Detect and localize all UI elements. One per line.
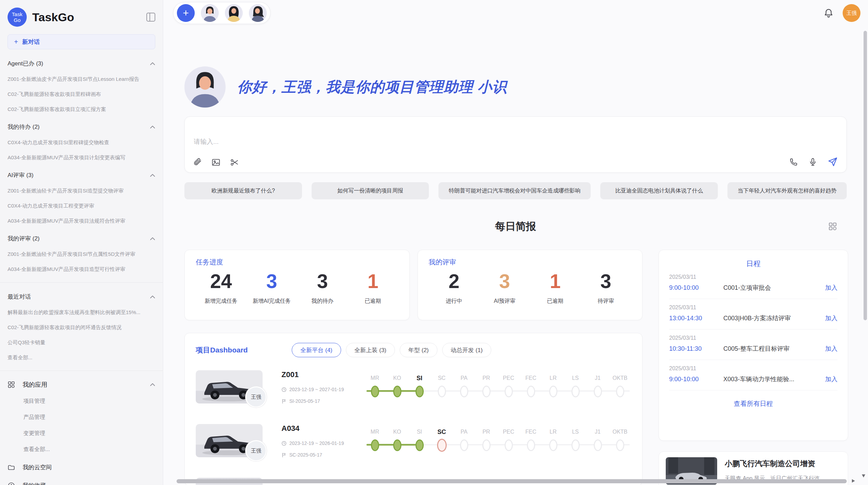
briefing-layout-icon[interactable] <box>828 222 837 231</box>
dashboard-tab[interactable]: 动总开发 (1) <box>442 343 492 357</box>
schedule-view-all[interactable]: 查看所有日程 <box>669 399 837 408</box>
milestone-label: MR <box>364 374 386 383</box>
composer-placeholder: 请输入... <box>194 137 219 146</box>
milestone-label: SI <box>408 374 431 383</box>
milestone-label: PEC <box>497 427 520 436</box>
recent-chats-header[interactable]: 最近对话 <box>8 293 155 301</box>
stat-cell: 3 我的待办 <box>303 269 341 305</box>
sidebar-list-item[interactable]: C0X4-动力总成开发项目工程变更评审 <box>8 203 155 209</box>
microphone-icon[interactable] <box>808 158 817 166</box>
vertical-scrollbar[interactable] <box>864 31 867 320</box>
item-icon <box>8 464 15 471</box>
stat-value: 1 <box>354 269 392 294</box>
sidebar-list-item[interactable]: C02-飞腾新能源轻客改款项目的闭环通告反馈情况 <box>8 324 155 331</box>
agent-avatar-1[interactable] <box>201 4 219 22</box>
image-upload-icon[interactable] <box>212 158 220 167</box>
milestone-node <box>587 384 609 399</box>
app-title: TaskGo <box>32 11 141 24</box>
greeting-text: 你好，王强，我是你的项目管理助理 小识 <box>237 77 507 97</box>
user-avatar[interactable]: 王强 <box>843 4 860 22</box>
sidebar-list-item[interactable]: Z001-全新燃油轻卡产品开发项目SI造型提交物评审 <box>8 188 155 194</box>
add-agent-button[interactable]: + <box>177 4 195 22</box>
recent-view-all[interactable]: 查看全部... <box>8 355 155 361</box>
join-button[interactable]: 加入 <box>825 375 837 383</box>
app-sub-item[interactable]: 变更管理 <box>8 430 155 437</box>
sidebar-list-item[interactable]: 公司Q3轻卡销量 <box>8 339 155 346</box>
dashboard-tab[interactable]: 全新平台 (4) <box>292 343 341 357</box>
app-sub-item[interactable]: 产品管理 <box>8 414 155 421</box>
suggestion-chip[interactable]: 当下年轻人对汽车外观有怎样的喜好趋势 <box>727 182 847 199</box>
section-title: Agent已办 (3) <box>8 60 43 67</box>
sidebar-list-item[interactable]: A034-全新新能源MUV产品开发项目法规符合性评审 <box>8 218 155 224</box>
suggestion-chip[interactable]: 比亚迪全固态电池计划具体说了什么 <box>600 182 718 199</box>
chevron-up-icon <box>150 62 155 65</box>
milestone-date: SI-2025-05-17 <box>289 398 320 404</box>
message-composer[interactable]: 请输入... <box>184 116 847 173</box>
section-items: Z001-全新燃油轻卡产品开发项目SI造型提交物评审C0X4-动力总成开发项目工… <box>8 188 155 224</box>
phone-call-icon[interactable] <box>789 158 798 166</box>
stat-value: 1 <box>537 269 574 294</box>
recent-chat-items: 解释最新出台的欧盟报废车法规再生塑料比例被调至15%...C02-飞腾新能源轻客… <box>8 309 155 346</box>
stat-cell: 24 新增完成任务 <box>202 269 240 305</box>
topbar: + 王强 <box>163 0 868 26</box>
schedule-event-title: C001-立项审批会 <box>723 284 825 292</box>
suggestion-chip[interactable]: 欧洲新规最近颁布了什么? <box>184 182 302 199</box>
attachment-icon[interactable] <box>193 158 202 167</box>
sidebar-list-item[interactable]: A034-全新新能源MUV产品开发项目计划变更表编写 <box>8 154 155 161</box>
section-header[interactable]: Agent已办 (3) <box>8 60 155 67</box>
my-review-title: 我的评审 <box>429 258 631 267</box>
project-row[interactable]: 王强 Z001 2023-12-19 ~ 2027-01-19 SI-2025-… <box>196 370 631 403</box>
send-icon[interactable] <box>828 157 837 167</box>
sidebar-list-item[interactable]: 解释最新出台的欧盟报废车法规再生塑料比例被调至15%... <box>8 309 155 316</box>
section-header[interactable]: 我的待办 (2) <box>8 123 155 131</box>
schedule-date: 2025/03/11 <box>669 365 837 372</box>
horizontal-scrollbar[interactable] <box>177 479 847 483</box>
suggestion-chip[interactable]: 特朗普可能对进口汽车增税会对中国车企造成哪些影响 <box>438 182 591 199</box>
suggestion-chip[interactable]: 如何写一份清晰的项目周报 <box>312 182 429 199</box>
schedule-entry: 2025/03/11 10:30-11:30 C005-整车工程目标评审 加入 <box>669 329 837 360</box>
new-chat-button[interactable]: + 新对话 <box>8 34 155 49</box>
dashboard-tab[interactable]: 全新上装 (3) <box>346 343 395 357</box>
milestone-node <box>386 438 408 453</box>
join-button[interactable]: 加入 <box>825 314 837 322</box>
sidebar-collapse-icon[interactable] <box>146 13 155 22</box>
project-row[interactable]: 王强 A034 2023-12-19 ~ 2026-01-19 SC-2025-… <box>196 424 631 457</box>
milestone-node <box>453 438 475 453</box>
section-header[interactable]: 我的评审 (2) <box>8 235 155 242</box>
my-review-stats: 2 进行中 3 AI预评审 1 已逾期 3 待评审 <box>429 269 631 305</box>
milestone-label: PR <box>475 427 497 436</box>
join-button[interactable]: 加入 <box>825 345 837 353</box>
apps-view-all[interactable]: 查看全部... <box>8 446 155 453</box>
sidebar-item-folder[interactable]: 我的云空间 <box>8 463 155 471</box>
milestone-node <box>408 384 431 399</box>
sidebar-item-star[interactable]: 我的收藏 <box>8 482 155 485</box>
sidebar-list-item[interactable]: C02-飞腾新能源轻客改款项目里程碑画布 <box>8 91 155 98</box>
stat-label: 待评审 <box>587 298 625 305</box>
app-sub-item[interactable]: 项目管理 <box>8 398 155 405</box>
schedule-entry: 2025/03/11 9:00-10:00 C001-立项审批会 加入 <box>669 269 837 299</box>
scroll-down-arrow-icon[interactable] <box>862 474 865 477</box>
sidebar-list-item[interactable]: C02-飞腾新能源轻客改款项目立项汇报方案 <box>8 106 155 113</box>
scissors-icon[interactable] <box>230 158 239 167</box>
milestone-labels: MRKOSISCPAPRPECFECLRLSJ1OKTB <box>364 427 638 436</box>
join-button[interactable]: 加入 <box>825 284 837 292</box>
sidebar-item-my-apps[interactable]: 我的应用 <box>8 381 155 389</box>
agent-avatar-3[interactable] <box>249 4 267 22</box>
sidebar-list-item[interactable]: A034-全新新能源MUV产品开发项目造型可行性评审 <box>8 266 155 273</box>
stat-cell: 1 已逾期 <box>537 269 574 305</box>
flag-icon <box>281 399 287 404</box>
stat-label: 进行中 <box>435 298 473 305</box>
notification-bell-icon[interactable] <box>823 8 834 18</box>
agent-avatar-2[interactable] <box>225 4 243 22</box>
milestone-node <box>453 384 475 399</box>
milestone-label: KO <box>386 374 408 383</box>
sidebar-list-item[interactable]: Z001-全新燃油轻卡产品开发项目SI节点属性5D文件评审 <box>8 251 155 258</box>
schedule-event-title: C003|H0B-方案冻结评审 <box>723 314 825 322</box>
section-header[interactable]: AI评审 (3) <box>8 171 155 179</box>
dashboard-tab[interactable]: 年型 (2) <box>400 343 437 357</box>
schedule-time: 10:30-11:30 <box>669 345 723 352</box>
sidebar-list-item[interactable]: C0X4-动力总成开发项目SI里程碑提交物检查 <box>8 139 155 146</box>
sidebar-list-item[interactable]: Z001-全新燃油皮卡产品开发项目SI节点Lesson Learn报告 <box>8 76 155 83</box>
chevron-up-icon <box>150 125 155 129</box>
scroll-right-arrow-icon[interactable] <box>852 479 855 483</box>
